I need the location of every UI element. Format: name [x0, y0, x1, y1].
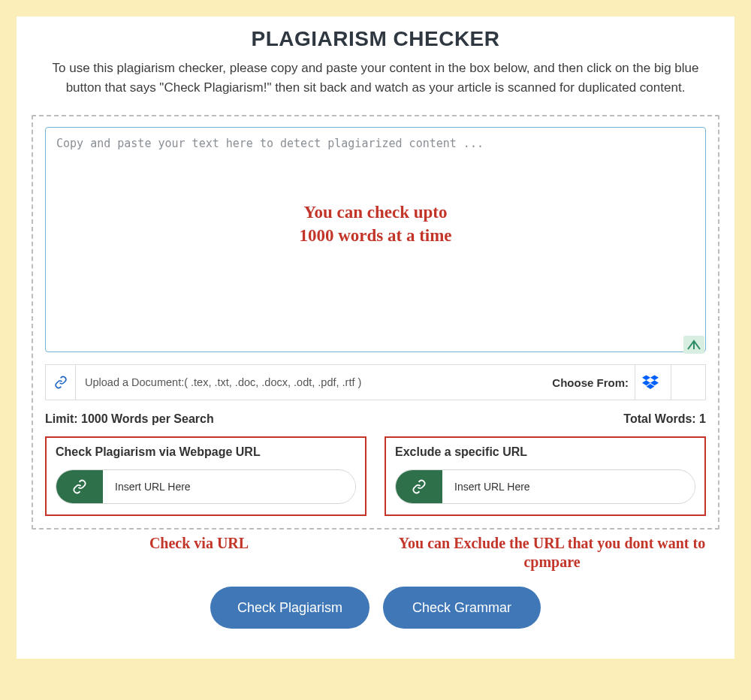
resize-handle-icon[interactable]: [683, 336, 704, 354]
url-check-title: Check Plagiarism via Webpage URL: [56, 445, 356, 459]
button-row: Check Plagiarism Check Grammar: [32, 587, 719, 629]
check-grammar-button[interactable]: Check Grammar: [383, 587, 541, 629]
link-icon: [56, 470, 103, 503]
dropbox-icon[interactable]: [635, 365, 665, 400]
total-words: Total Words: 1: [623, 412, 706, 426]
link-icon[interactable]: [46, 365, 76, 400]
url-box-check: Check Plagiarism via Webpage URL: [45, 436, 366, 516]
choose-from-label: Choose From:: [552, 376, 629, 389]
annotation-row: Check via URL You can Exclude the URL th…: [32, 534, 719, 572]
upload-label[interactable]: Upload a Document:( .tex, .txt, .doc, .d…: [76, 365, 552, 400]
url-check-input[interactable]: [103, 481, 355, 493]
url-exclude-input[interactable]: [442, 481, 695, 493]
annotation-check-via-url: Check via URL: [32, 534, 366, 572]
url-box-exclude: Exclude a specific URL: [385, 436, 706, 516]
url-exclude-title: Exclude a specific URL: [395, 445, 695, 459]
limits-row: Limit: 1000 Words per Search Total Words…: [45, 412, 706, 426]
choose-from-group: Choose From:: [552, 365, 705, 400]
input-panel: You can check upto 1000 words at a time …: [32, 115, 719, 530]
limit-left: Limit: 1000 Words per Search: [45, 412, 214, 426]
textarea-wrap: You can check upto 1000 words at a time: [45, 127, 706, 355]
page-subtitle: To use this plagiarism checker, please c…: [32, 59, 719, 97]
link-icon: [396, 470, 442, 503]
annotation-exclude-url: You can Exclude the URL that you dont wa…: [385, 534, 719, 572]
drive-slot-empty[interactable]: [671, 365, 701, 400]
check-plagiarism-button[interactable]: Check Plagiarism: [210, 587, 369, 629]
url-check-input-wrap: [56, 469, 356, 504]
content-textarea[interactable]: [45, 127, 706, 352]
url-row: Check Plagiarism via Webpage URL Exclude…: [45, 436, 706, 516]
page-title: PLAGIARISM CHECKER: [32, 27, 719, 51]
url-exclude-input-wrap: [395, 469, 695, 504]
upload-row: Upload a Document:( .tex, .txt, .doc, .d…: [45, 364, 706, 400]
app-card: PLAGIARISM CHECKER To use this plagiaris…: [17, 17, 734, 659]
